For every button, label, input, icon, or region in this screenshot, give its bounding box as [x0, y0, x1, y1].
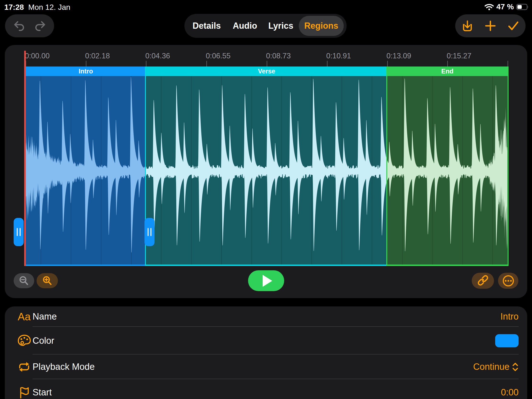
tab-lyrics[interactable]: Lyrics [263, 16, 299, 36]
name-label: Name [32, 311, 57, 322]
region-waveform [146, 76, 387, 265]
done-button[interactable] [507, 19, 520, 32]
status-right: 47 % [484, 2, 529, 11]
playback-mode-label: Playback Mode [32, 362, 95, 372]
region-name-label: Intro [25, 66, 146, 76]
undo-icon [13, 20, 25, 32]
save-to-library-button[interactable] [461, 19, 474, 32]
repeat-icon [13, 361, 35, 374]
zoom-in-button[interactable] [37, 273, 58, 288]
ruler-label: 0:06.55 [206, 52, 230, 60]
ruler-label: 0:04.36 [145, 52, 170, 60]
ruler-tick [146, 61, 146, 66]
region-waveform [387, 76, 508, 265]
link-icon [477, 275, 489, 287]
flag-icon [13, 385, 35, 399]
link-button[interactable] [472, 273, 494, 289]
redo-button[interactable] [34, 19, 47, 32]
redo-icon [34, 20, 47, 32]
start-label: Start [32, 387, 52, 398]
ruler-tick [387, 61, 388, 66]
battery-percent: 47 % [496, 2, 514, 11]
region-end[interactable]: End [386, 66, 509, 266]
zoom-out-icon [19, 275, 29, 286]
status-date: Mon 12. Jan [28, 3, 70, 12]
name-icon: Aa [13, 311, 35, 323]
inspector-row-name[interactable]: Aa Name Intro [5, 306, 527, 327]
play-icon [263, 275, 272, 287]
playback-mode-value[interactable]: Continue [473, 362, 519, 372]
ruler-tick [86, 61, 86, 66]
inspector-row-playback-mode[interactable]: Playback Mode Continue [5, 355, 527, 379]
inspector-row-start[interactable]: Start 0:00 [5, 379, 527, 399]
color-label: Color [32, 336, 54, 346]
ruler-tick [206, 61, 207, 66]
playhead[interactable] [24, 51, 26, 266]
name-value[interactable]: Intro [500, 311, 519, 322]
undo-button[interactable] [12, 19, 25, 32]
zoom-in-icon [42, 275, 53, 286]
start-value[interactable]: 0:00 [501, 387, 519, 398]
zoom-out-button[interactable] [14, 273, 34, 288]
battery-icon [516, 4, 529, 10]
ruler-label: 0:15.27 [447, 52, 471, 60]
ruler-tick [267, 61, 267, 66]
region-inspector: Aa Name Intro Color Playback Mode Contin… [5, 306, 527, 399]
chevron-up-down-icon [512, 362, 519, 372]
tab-bar: DetailsAudioLyricsRegions [184, 14, 347, 38]
ruler-tick [447, 61, 448, 66]
ruler-label: 0:10.91 [326, 52, 351, 60]
ruler-tick [508, 61, 508, 66]
tab-regions[interactable]: Regions [299, 16, 344, 36]
region-trim-handle[interactable] [145, 218, 155, 246]
ruler-tick [327, 61, 328, 66]
tab-audio[interactable]: Audio [227, 16, 263, 36]
region-waveform [25, 76, 146, 265]
inspector-row-color[interactable]: Color [5, 327, 527, 355]
ruler-label: 0:00.00 [25, 52, 50, 60]
play-button[interactable] [248, 270, 284, 291]
region-name-label: End [387, 66, 508, 76]
action-group [455, 14, 526, 37]
region-intro[interactable]: Intro [25, 66, 147, 266]
palette-icon [13, 334, 35, 347]
ruler-label: 0:02.18 [85, 52, 110, 60]
plus-icon [485, 20, 496, 32]
add-region-button[interactable] [484, 19, 497, 32]
waveform-panel: 0:00.000:02.180:04.360:06.550:08.730:10.… [5, 45, 527, 298]
color-swatch[interactable] [495, 334, 519, 347]
ruler-label: 0:08.73 [266, 52, 291, 60]
undo-redo-group [5, 14, 54, 37]
wifi-icon [484, 3, 494, 11]
download-icon [461, 20, 474, 32]
region-verse[interactable]: Verse [145, 66, 388, 266]
tab-details[interactable]: Details [186, 16, 227, 36]
region-trim-handle[interactable] [14, 218, 24, 246]
status-time: 17:28 [4, 3, 24, 12]
ellipsis-circle-icon [502, 275, 514, 287]
region-name-label: Verse [146, 66, 387, 76]
screen: 17:28 Mon 12. Jan 47 % DetailsAudioLyric… [0, 0, 532, 399]
checkmark-icon [507, 20, 519, 32]
more-button[interactable] [498, 273, 518, 289]
ruler-label: 0:13.09 [386, 52, 411, 60]
